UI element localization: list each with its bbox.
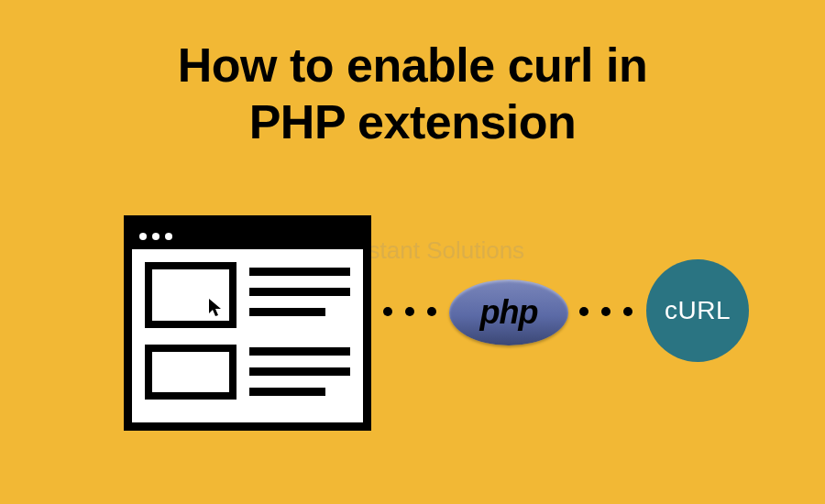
browser-right-col <box>249 262 350 410</box>
title-line-2: PHP extension <box>249 95 577 148</box>
dot-icon <box>427 307 436 316</box>
cursor-icon <box>207 297 226 319</box>
content-block <box>145 262 236 328</box>
connector-dots <box>383 307 436 316</box>
spacer <box>249 328 350 335</box>
text-line <box>249 308 325 316</box>
text-line <box>249 347 350 356</box>
dot-icon <box>405 307 414 316</box>
text-line <box>249 268 350 276</box>
browser-titlebar <box>132 224 363 249</box>
php-logo-text: php <box>480 293 538 332</box>
page-title: How to enable curl in PHP extension <box>0 0 825 151</box>
window-control-dot <box>152 233 160 240</box>
browser-window-icon <box>124 215 371 431</box>
text-line <box>249 288 350 296</box>
title-line-1: How to enable curl in <box>178 38 647 92</box>
window-control-dot <box>139 233 147 240</box>
dot-icon <box>579 307 588 316</box>
connector-dots <box>579 307 632 316</box>
text-line <box>249 388 325 396</box>
dot-icon <box>623 307 632 316</box>
dot-icon <box>601 307 610 316</box>
content-block <box>145 345 236 400</box>
browser-body <box>132 249 363 422</box>
illustration-stage: php cURL <box>0 215 825 472</box>
dot-icon <box>383 307 392 316</box>
curl-logo-text: cURL <box>665 296 731 325</box>
php-logo: php <box>449 279 568 345</box>
browser-left-col <box>145 262 236 410</box>
curl-logo: cURL <box>646 259 749 362</box>
text-line <box>249 367 350 376</box>
window-control-dot <box>165 233 172 240</box>
